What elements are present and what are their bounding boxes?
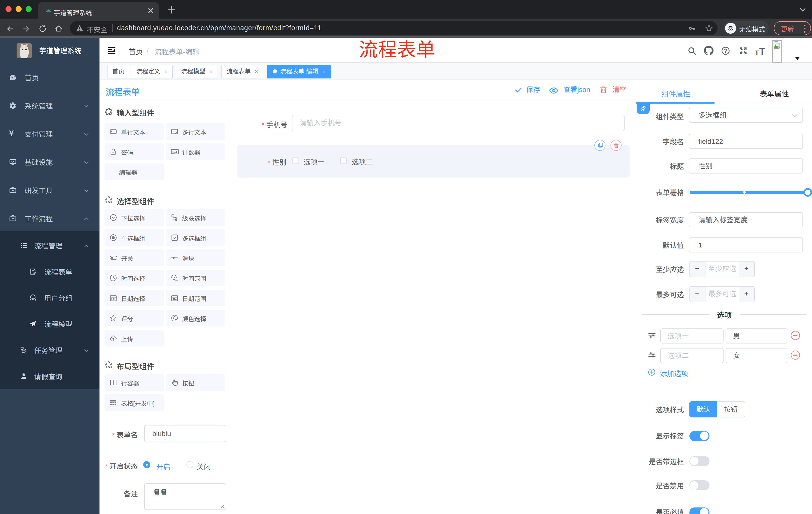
svg-text:123: 123 [172, 151, 177, 154]
